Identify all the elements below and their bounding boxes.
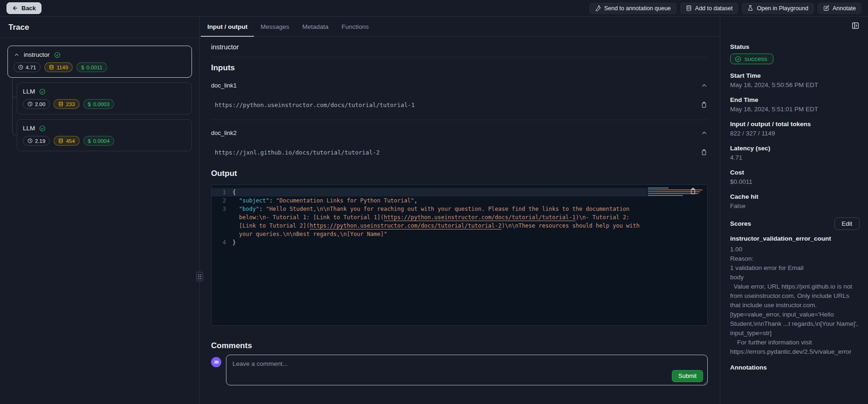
input-value: https://python.useinstructor.com/docs/tu… [211,101,415,108]
span-title: instructor [211,43,708,57]
status-label: Status [730,43,860,50]
scores-title: Scores [730,220,751,227]
output-heading: Output [211,169,708,178]
chevron-up-icon[interactable] [14,52,20,58]
tab-functions[interactable]: Functions [335,17,376,36]
dollar-icon: $ [88,101,91,107]
database-icon [58,101,63,107]
details-panel: Status success Start Time May 16, 2024, … [720,17,868,404]
line-number: 1 [212,188,232,196]
send-to-annotation-queue-label: Send to annotation queue [604,5,671,12]
cache-hit-field: Cache hit False [730,193,860,209]
input-item-doc-link2: doc_link2 https://jxnl.github.io/docs/tu… [211,120,708,156]
flask-icon [747,5,753,11]
comment-input[interactable] [226,355,708,385]
status-badge: success [730,54,773,64]
line-number: 3 [212,205,232,238]
code-line: 2 "subject": "Documentation Links for Py… [212,196,647,205]
edit-scores-button[interactable]: Edit [834,217,860,230]
top-bar: Back Send to annotation queue Add to dat… [0,0,868,17]
start-time-field: Start Time May 16, 2024, 5:50:56 PM EDT [730,72,860,88]
input-value: https://jxnl.github.io/docs/tutorial/tut… [211,149,380,156]
latency-badge: 2.00 [23,99,50,109]
score-reason: Reason: 1 validation error for Email bod… [730,254,860,357]
open-in-playground-label: Open in Playground [757,5,808,12]
latency-badge: 4.71 [14,62,41,72]
comments-section: Comments JB Submit [211,341,708,387]
node-name: instructor [24,51,50,58]
status-field: Status success [730,43,860,64]
square-pen-icon [823,5,829,11]
tokens-badge: 1149 [44,62,73,72]
tree-node-llm-2[interactable]: LLM 2.19 454 $0.0004 [17,119,192,151]
copy-icon[interactable] [700,148,708,156]
tokens-field: Input / output / total tokens 822 / 327 … [730,121,860,137]
annotate-label: Annotate [833,5,856,12]
code-line: 3 "body": "Hello Student,\n\nThank you f… [212,205,647,238]
cost-badge: $0.0004 [83,136,115,146]
tokens-badge: 233 [54,99,79,109]
sidebar-resize-handle[interactable] [196,272,203,282]
scores-header: Scores Edit [730,217,860,230]
tokens-badge: 454 [54,136,79,146]
latency-field: Latency (sec) 4.71 [730,145,860,161]
arrow-left-icon [12,5,18,11]
tab-input-output[interactable]: Input / output [201,17,254,36]
copy-icon[interactable] [700,101,708,108]
tree-node-instructor[interactable]: instructor 4.71 1149 $0.0011 [7,46,192,78]
trace-sidebar: Trace instructor 4.71 1149 $0.0011 LLM [0,17,200,404]
avatar: JB [211,357,221,367]
trace-title: Trace [0,17,199,38]
trace-tree: instructor 4.71 1149 $0.0011 LLM 2.00 23… [0,38,199,404]
annotations-heading: Annotations [730,364,860,371]
tab-messages[interactable]: Messages [254,17,296,36]
tab-metadata[interactable]: Metadata [296,17,335,36]
tab-bar: Input / output Messages Metadata Functio… [200,17,720,37]
database-icon [49,65,54,70]
cost-badge: $0.0003 [83,99,115,109]
node-name: LLM [23,88,35,95]
code-line: 4 } [212,238,647,247]
check-circle-icon [39,88,46,95]
comments-heading: Comments [211,341,708,350]
add-to-dataset-label: Add to dataset [695,5,733,12]
main-panel: Input / output Messages Metadata Functio… [200,17,720,404]
chevron-up-icon[interactable] [701,129,708,136]
pen-tag-icon [595,5,601,11]
cost-badge: $0.0011 [76,62,107,72]
database-icon [686,5,692,11]
output-code-editor: 1 { 2 "subject": "Documentation Links fo… [211,184,708,326]
input-name: doc_link1 [211,82,237,89]
annotate-button[interactable]: Annotate [818,3,861,14]
chevron-up-icon[interactable] [701,82,708,89]
cost-field: Cost $0.0011 [730,169,860,185]
collapse-panel-icon[interactable] [851,21,860,34]
copy-icon[interactable] [689,187,697,195]
top-actions: Send to annotation queue Add to dataset … [589,3,861,14]
end-time-field: End Time May 16, 2024, 5:51:01 PM EDT [730,96,860,113]
back-label: Back [21,5,36,12]
dollar-icon: $ [81,65,84,70]
status-value: success [745,55,767,62]
input-name: doc_link2 [211,129,237,136]
line-number: 2 [212,196,232,205]
dollar-icon: $ [88,138,91,144]
database-icon [58,138,63,143]
tree-node-llm-1[interactable]: LLM 2.00 233 $0.0003 [17,82,192,114]
add-to-dataset-button[interactable]: Add to dataset [680,3,738,14]
code-line: 1 { [212,188,647,196]
send-to-annotation-queue-button[interactable]: Send to annotation queue [589,3,677,14]
back-button[interactable]: Back [7,2,41,14]
score-name: instructor_validation_error_count [730,235,860,242]
check-circle-icon [735,56,741,62]
latency-badge: 2.19 [23,136,50,146]
clock-icon [18,65,23,70]
node-name: LLM [23,125,35,132]
line-number: 4 [212,238,232,247]
open-in-playground-button[interactable]: Open in Playground [742,3,814,14]
score-value: 1.00 [730,245,860,254]
clock-icon [27,101,33,107]
clock-icon [27,138,33,143]
input-item-doc-link1: doc_link1 https://python.useinstructor.c… [211,73,708,120]
submit-comment-button[interactable]: Submit [672,370,703,382]
